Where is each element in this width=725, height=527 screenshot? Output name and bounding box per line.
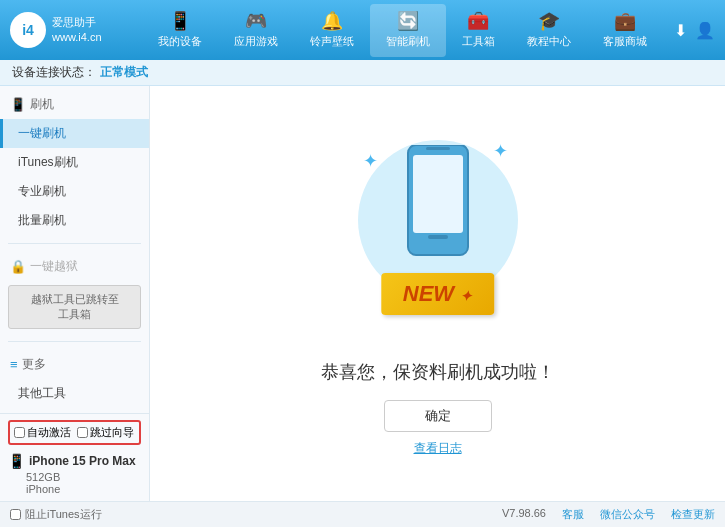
sidebar: 📱 刷机 一键刷机 iTunes刷机 专业刷机 批量刷机: [0, 86, 150, 501]
sidebar-item-pro-flash[interactable]: 专业刷机: [0, 177, 149, 206]
sidebar-group-flash: 📱 刷机: [0, 90, 149, 119]
status-label: 设备连接状态：: [12, 64, 96, 81]
sidebar-scroll: 📱 刷机 一键刷机 iTunes刷机 专业刷机 批量刷机: [0, 86, 149, 413]
sidebar-section-jailbreak: 🔒 一键越狱 越狱工具已跳转至 工具箱: [0, 248, 149, 337]
app-window: i4 爱思助手 www.i4.cn 📱 我的设备 🎮 应用游戏 🔔 铃声壁纸 🔄: [0, 0, 725, 527]
sidebar-divider-2: [8, 341, 141, 342]
svg-rect-1: [413, 155, 463, 233]
nav-service[interactable]: 💼 客服商城: [587, 4, 663, 57]
phone-container: ✦ ✦ NEW ✦: [358, 130, 518, 310]
footer-link-wechat[interactable]: 微信公众号: [600, 507, 655, 522]
checkbox-group: 自动激活 跳过向导: [8, 420, 141, 445]
logo-area: i4 爱思助手 www.i4.cn: [10, 12, 130, 48]
nav-my-device[interactable]: 📱 我的设备: [142, 4, 218, 57]
service-icon: 💼: [614, 12, 636, 30]
device-name-row: 📱 iPhone 15 Pro Max: [8, 451, 141, 471]
sidebar-section-more: ≡ 更多 其他工具 下载固件 高级功能: [0, 346, 149, 413]
skip-guide-checkbox[interactable]: [77, 427, 88, 438]
status-value: 正常模式: [100, 64, 148, 81]
device-type: iPhone: [8, 483, 141, 495]
device-phone-icon: 📱: [8, 453, 25, 469]
footer-right: V7.98.66 客服 微信公众号 检查更新: [502, 507, 715, 522]
footer-left: 阻止iTunes运行: [10, 507, 102, 522]
nav-bar: 📱 我的设备 🎮 应用游戏 🔔 铃声壁纸 🔄 智能刷机 🧰 工具箱 🎓: [130, 4, 674, 57]
jailbreak-info-box: 越狱工具已跳转至 工具箱: [8, 285, 141, 329]
log-link[interactable]: 查看日志: [414, 440, 462, 457]
badge-stars: ✦: [460, 288, 472, 304]
tutorial-icon: 🎓: [538, 12, 560, 30]
itunes-checkbox[interactable]: [10, 509, 21, 520]
version-text: V7.98.66: [502, 507, 546, 522]
jailbreak-icon: 🔒: [10, 259, 26, 274]
auto-activate-checkbox[interactable]: [14, 427, 25, 438]
skip-guide-label[interactable]: 跳过向导: [77, 425, 134, 440]
ringtone-icon: 🔔: [321, 12, 343, 30]
user-button[interactable]: 👤: [695, 21, 715, 40]
device-panel: 自动激活 跳过向导 📱 iPhone 15 Pro Max 512GB iPho…: [0, 413, 149, 501]
footer: 阻止iTunes运行 V7.98.66 客服 微信公众号 检查更新: [0, 501, 725, 527]
sidebar-group-jailbreak: 🔒 一键越狱: [0, 252, 149, 281]
main-content: ✦ ✦ NEW ✦: [150, 86, 725, 501]
footer-link-update[interactable]: 检查更新: [671, 507, 715, 522]
sidebar-item-other-tools[interactable]: 其他工具: [0, 379, 149, 408]
download-button[interactable]: ⬇: [674, 21, 687, 40]
device-name: iPhone 15 Pro Max: [29, 454, 136, 468]
nav-apps-games[interactable]: 🎮 应用游戏: [218, 4, 294, 57]
smart-flash-icon: 🔄: [397, 12, 419, 30]
auto-activate-label[interactable]: 自动激活: [14, 425, 71, 440]
nav-tutorial[interactable]: 🎓 教程中心: [511, 4, 587, 57]
apps-icon: 🎮: [245, 12, 267, 30]
itunes-label: 阻止iTunes运行: [25, 507, 102, 522]
sidebar-item-batch-flash[interactable]: 批量刷机: [0, 206, 149, 235]
sparkle-right: ✦: [493, 140, 508, 162]
logo-text: 爱思助手 www.i4.cn: [52, 15, 102, 46]
nav-smart-flash[interactable]: 🔄 智能刷机: [370, 4, 446, 57]
logo-circle: i4: [10, 12, 46, 48]
toolbox-icon: 🧰: [467, 12, 489, 30]
svg-rect-3: [426, 147, 450, 150]
header: i4 爱思助手 www.i4.cn 📱 我的设备 🎮 应用游戏 🔔 铃声壁纸 🔄: [0, 0, 725, 60]
nav-ringtone[interactable]: 🔔 铃声壁纸: [294, 4, 370, 57]
flash-group-icon: 📱: [10, 97, 26, 112]
phone-svg: [403, 145, 473, 275]
sidebar-item-one-key-flash[interactable]: 一键刷机: [0, 119, 149, 148]
sidebar-section-flash: 📱 刷机 一键刷机 iTunes刷机 专业刷机 批量刷机: [0, 86, 149, 239]
more-icon: ≡: [10, 357, 18, 372]
header-right: ⬇ 👤: [674, 21, 715, 40]
device-icon: 📱: [169, 12, 191, 30]
confirm-button[interactable]: 确定: [384, 400, 492, 432]
sparkle-left: ✦: [363, 150, 378, 172]
status-bar: 设备连接状态： 正常模式: [0, 60, 725, 86]
device-storage: 512GB: [8, 471, 141, 483]
success-message: 恭喜您，保资料刷机成功啦！: [321, 360, 555, 384]
sidebar-divider-1: [8, 243, 141, 244]
nav-toolbox[interactable]: 🧰 工具箱: [446, 4, 511, 57]
new-badge-container: NEW ✦: [381, 273, 494, 315]
new-badge: NEW ✦: [381, 273, 494, 315]
sidebar-item-itunes-flash[interactable]: iTunes刷机: [0, 148, 149, 177]
success-illustration: ✦ ✦ NEW ✦: [358, 130, 518, 310]
svg-rect-2: [428, 235, 448, 239]
footer-link-service[interactable]: 客服: [562, 507, 584, 522]
sidebar-group-more: ≡ 更多: [0, 350, 149, 379]
